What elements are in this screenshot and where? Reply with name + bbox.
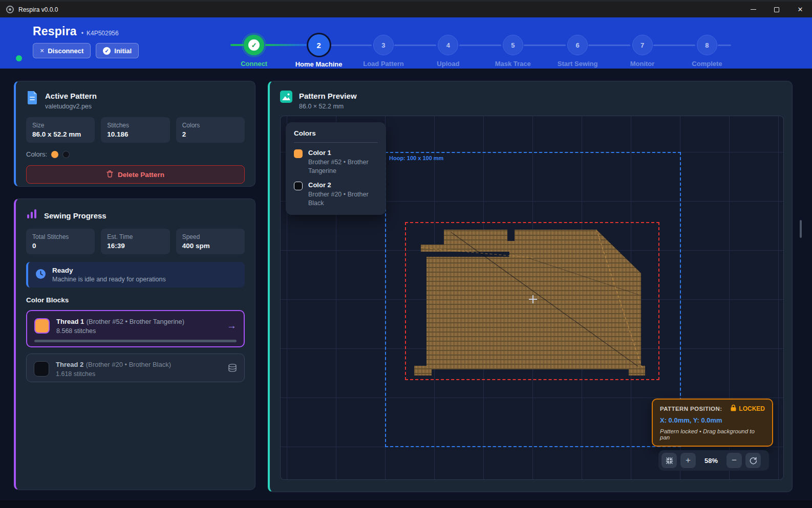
step-connect-circle[interactable]: ✓ [244, 35, 264, 55]
step-home-machine-circle[interactable]: 2 [308, 34, 330, 56]
pattern-filename: valetudogv2.pes [45, 103, 97, 110]
active-pattern-card: Active Pattern valetudogv2.pes Size 86.0… [14, 81, 255, 187]
stat-speed: Speed 400 spm [176, 229, 245, 254]
step-load-pattern[interactable]: 3 Load Pattern [351, 23, 416, 68]
step-complete-circle[interactable]: 8 [697, 35, 717, 55]
window-bottom-edge [0, 500, 812, 508]
preview-canvas[interactable]: Hoop: 100 x 100 mm [280, 116, 784, 480]
sewing-progress-title: Sewing Progress [44, 210, 106, 220]
hoop-center-crosshair [529, 295, 537, 303]
check-circle-icon: ✓ [103, 47, 111, 55]
bar-chart-icon [26, 208, 37, 222]
reset-view-button[interactable] [745, 453, 761, 468]
stat-total-stitches: Total Stitches 0 [26, 229, 95, 254]
trash-icon [106, 170, 113, 179]
active-pattern-title: Active Pattern [45, 91, 97, 100]
connection-status-dot [16, 55, 22, 61]
thread-block-1[interactable]: Thread 1 (Brother #52 • Brother Tangerin… [26, 310, 245, 347]
step-monitor-circle[interactable]: 7 [632, 35, 653, 55]
step-monitor[interactable]: 7 Monitor [610, 23, 674, 68]
color-2-swatch [294, 182, 303, 190]
app-name: Respira [33, 25, 77, 38]
close-x-icon: × [40, 47, 44, 55]
thread-1-progress-bar [34, 340, 237, 342]
step-home-machine[interactable]: 2 Home Machine [286, 23, 351, 68]
step-mask-trace-circle[interactable]: 5 [503, 35, 523, 55]
stat-size: Size 86.0 x 52.2 mm [26, 117, 95, 143]
file-document-icon [26, 91, 38, 107]
clock-icon [35, 269, 46, 281]
color-dot-black [62, 151, 70, 158]
initial-button[interactable]: ✓ Initial [96, 43, 139, 58]
step-start-sewing-circle[interactable]: 6 [567, 35, 588, 55]
disconnect-button[interactable]: × Disconnect [33, 43, 91, 58]
check-icon: ✓ [248, 39, 260, 51]
step-connect[interactable]: ✓ Connect [222, 23, 286, 68]
app-header: Respira • K4P502956 × Disconnect ✓ Initi… [0, 17, 812, 69]
maximize-button[interactable] [765, 2, 788, 17]
status-description: Machine is idle and ready for operations [52, 276, 166, 283]
color-1-swatch [294, 149, 303, 158]
lock-icon [731, 405, 736, 413]
pattern-dimensions: 86.0 × 52.2 mm [299, 103, 357, 110]
thread-block-2[interactable]: Thread 2 (Brother #20 • Brother Black) 1… [26, 354, 245, 382]
pattern-preview-title: Pattern Preview [299, 91, 357, 100]
thread-1-swatch [34, 318, 50, 334]
refresh-icon [750, 457, 757, 465]
step-load-pattern-circle[interactable]: 3 [373, 35, 394, 55]
pattern-coordinates: X: 0.0mm, Y: 0.0mm [660, 416, 765, 424]
pan-hint: Pattern locked • Drag background to pan [660, 428, 765, 440]
close-button[interactable]: ✕ [788, 2, 812, 17]
delete-pattern-button[interactable]: Delete Pattern [26, 165, 245, 184]
step-complete[interactable]: 8 Complete [675, 23, 739, 68]
legend-color-1: Color 1 Brother #52 • Brother Tangerine [294, 149, 378, 175]
step-start-sewing[interactable]: 6 Start Sewing [545, 23, 610, 68]
step-mask-trace[interactable]: 5 Mask Trace [481, 23, 545, 68]
stat-stitches: Stitches 10.186 [101, 117, 169, 143]
locked-badge: LOCKED [739, 405, 765, 412]
divider [294, 142, 378, 143]
layers-stack-icon [228, 364, 237, 374]
colors-row-label: Colors: [26, 150, 47, 158]
machine-status-box: Ready Machine is idle and ready for oper… [26, 262, 245, 288]
fit-to-screen-button[interactable] [661, 453, 677, 468]
zoom-in-button[interactable]: + [680, 453, 696, 468]
image-icon [280, 91, 292, 105]
machine-serial: • K4P502956 [81, 30, 119, 37]
pattern-preview-card: Pattern Preview 86.0 × 52.2 mm Hoop: 100… [268, 81, 793, 492]
scrollbar-thumb[interactable] [800, 220, 802, 238]
step-upload-circle[interactable]: 4 [438, 35, 458, 55]
stat-colors: Colors 2 [176, 117, 245, 143]
compress-icon [666, 457, 673, 465]
workflow-stepper: ✓ Connect 2 Home Machine 3 Load Pattern … [222, 23, 740, 65]
arrow-right-icon: → [227, 320, 237, 332]
minimize-icon [751, 9, 756, 10]
stat-est-time: Est. Time 16:39 [101, 229, 169, 254]
colors-legend-panel: Colors Color 1 Brother #52 • Brother Tan… [286, 122, 386, 215]
zoom-level: 58% [699, 457, 723, 465]
pattern-position-overlay: PATTERN POSITION: LOCKED X: 0.0mm, Y: 0.… [652, 399, 773, 447]
zoom-toolbar: + 58% − [658, 450, 769, 471]
window-title: Respira v0.0.0 [18, 6, 58, 13]
maximize-icon [774, 7, 779, 12]
step-upload[interactable]: 4 Upload [416, 23, 480, 68]
legend-color-2: Color 2 Brother #20 • Brother Black [294, 181, 378, 208]
hoop-label: Hoop: 100 x 100 mm [389, 155, 443, 161]
minimize-button[interactable] [741, 2, 765, 17]
sewing-progress-card: Sewing Progress Total Stitches 0 Est. Ti… [14, 198, 255, 490]
thread-2-swatch [34, 361, 49, 377]
status-title: Ready [52, 267, 166, 274]
color-blocks-label: Color Blocks [16, 288, 255, 304]
color-dot-orange [51, 151, 58, 158]
zoom-out-button[interactable]: − [726, 453, 742, 468]
titlebar: Respira v0.0.0 ✕ [0, 2, 812, 17]
app-icon [6, 6, 14, 13]
